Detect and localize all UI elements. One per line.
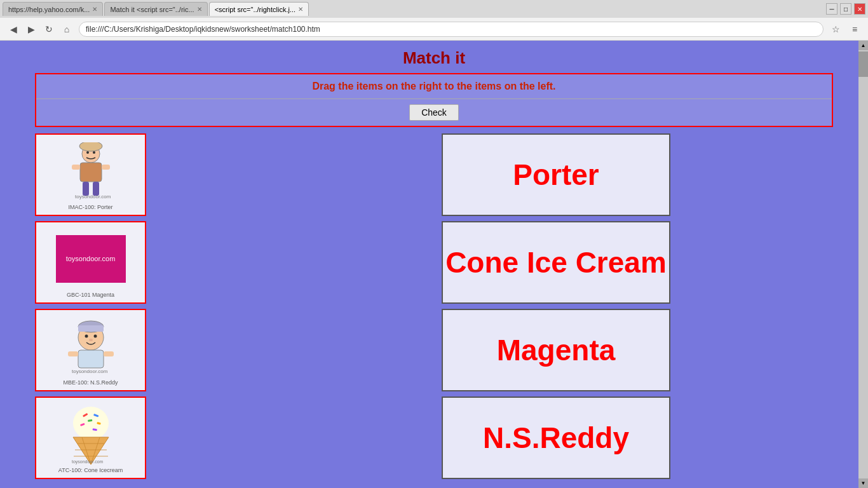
cone-ice-cream-word: Cone Ice Cream — [445, 245, 667, 280]
magenta-label: GBC-101 Magenta — [67, 292, 114, 298]
icecream-svg: toysondoor.com — [69, 404, 113, 464]
svg-point-16 — [85, 335, 88, 338]
tab-matchit[interactable]: Match it <script src="../ric... ✕ — [104, 2, 207, 16]
scroll-down-button[interactable]: ▼ — [858, 478, 868, 488]
maximize-button[interactable]: □ — [840, 3, 851, 15]
porter-label: IMAC-100: Porter — [68, 204, 112, 210]
nsreddy-label: MBE-100: N.S.Reddy — [63, 379, 118, 386]
check-row: Check — [36, 99, 832, 126]
magenta-image: toysondoor.com — [46, 227, 135, 290]
nsreddy-word: N.S.Reddy — [483, 421, 629, 455]
settings-button[interactable]: ≡ — [846, 21, 863, 37]
list-item[interactable]: toysondoor.com ATC-100: Cone Icecream — [35, 396, 146, 479]
scroll-thumb[interactable] — [858, 51, 868, 77]
browser-window: https://help.yahoo.com/k... ✕ Match it <… — [0, 0, 868, 488]
check-button[interactable]: Check — [409, 104, 459, 121]
list-item[interactable]: Magenta — [442, 309, 670, 391]
list-item[interactable]: toysondoor.com IMAC-100: Porter — [35, 133, 146, 216]
nsreddy-image: toysondoor.com — [46, 315, 135, 378]
svg-rect-13 — [78, 350, 104, 368]
svg-rect-14 — [68, 351, 78, 356]
list-item[interactable]: N.S.Reddy — [442, 396, 670, 479]
svg-point-18 — [89, 339, 93, 341]
instruction-row: Drag the items on the right to the items… — [36, 74, 832, 99]
nsreddy-svg: toysondoor.com — [59, 318, 123, 374]
list-item[interactable]: Cone Ice Cream — [442, 221, 670, 304]
forward-button[interactable]: ▶ — [23, 21, 39, 37]
magenta-box: toysondoor.com — [56, 235, 126, 283]
svg-rect-3 — [102, 165, 110, 170]
tab-close-rightclick[interactable]: ✕ — [298, 6, 303, 13]
svg-point-7 — [86, 151, 89, 154]
back-button[interactable]: ◀ — [5, 21, 22, 37]
scroll-up-button[interactable]: ▲ — [858, 41, 868, 50]
porter-svg: toysondoor.com — [56, 142, 126, 200]
refresh-button[interactable]: ↻ — [41, 21, 57, 37]
instruction-text: Drag the items on the right to the items… — [312, 81, 555, 92]
icecream-image: toysondoor.com — [46, 402, 135, 466]
bookmark-button[interactable]: ☆ — [827, 21, 844, 37]
left-column: toysondoor.com IMAC-100: Porter toysondo… — [35, 133, 200, 479]
svg-text:toysondoor.com: toysondoor.com — [75, 194, 111, 200]
svg-rect-1 — [80, 163, 102, 182]
svg-text:toysondoor.com: toysondoor.com — [72, 369, 108, 374]
icecream-label: ATC-100: Cone Icecream — [58, 467, 123, 473]
scrollbar[interactable]: ▲ ▼ — [858, 41, 868, 488]
list-item[interactable]: toysondoor.com GBC-101 Magenta — [35, 221, 146, 304]
right-column: Porter Cone Ice Cream Magenta N.S.Reddy — [442, 133, 683, 479]
close-button[interactable]: ✕ — [854, 3, 865, 15]
nav-bar: ◀ ▶ ↻ ⌂ file:///C:/Users/Krishiga/Deskto… — [0, 18, 868, 41]
list-item[interactable]: Porter — [442, 133, 670, 216]
tab-yahoo[interactable]: https://help.yahoo.com/k... ✕ — [3, 2, 103, 16]
tab-close-matchit[interactable]: ✕ — [197, 6, 202, 13]
svg-point-17 — [93, 335, 97, 338]
list-item[interactable]: toysondoor.com MBE-100: N.S.Reddy — [35, 309, 146, 391]
tab-bar: https://help.yahoo.com/k... ✕ Match it <… — [0, 0, 868, 18]
svg-point-20 — [73, 407, 109, 440]
magenta-site-text: toysondoor.com — [66, 255, 116, 262]
svg-rect-2 — [72, 165, 80, 170]
address-bar[interactable]: file:///C:/Users/Krishiga/Desktop/iqkids… — [79, 22, 824, 37]
porter-word: Porter — [513, 158, 599, 192]
home-button[interactable]: ⌂ — [58, 21, 75, 37]
svg-point-8 — [93, 151, 95, 154]
svg-point-4 — [79, 142, 102, 151]
page-title: Match it — [0, 41, 868, 73]
svg-text:toysondoor.com: toysondoor.com — [72, 459, 104, 464]
tab-close-yahoo[interactable]: ✕ — [92, 6, 97, 13]
minimize-button[interactable]: ─ — [826, 3, 837, 15]
instructions-box: Drag the items on the right to the items… — [35, 73, 833, 127]
tab-rightclick[interactable]: <script src="../rightclick.j... ✕ — [209, 2, 309, 16]
matching-area: toysondoor.com IMAC-100: Porter toysondo… — [35, 133, 833, 479]
magenta-word: Magenta — [497, 333, 616, 367]
page-content: Match it Drag the items on the right to … — [0, 41, 868, 488]
porter-image: toysondoor.com — [46, 139, 135, 203]
svg-rect-15 — [104, 351, 114, 356]
svg-rect-12 — [78, 325, 104, 332]
